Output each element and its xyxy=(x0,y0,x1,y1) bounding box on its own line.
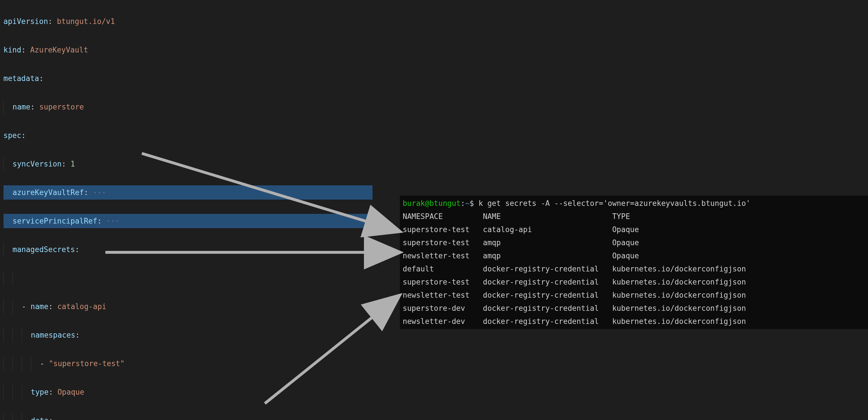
col-name: NAME xyxy=(483,212,612,221)
yaml-line: metadata: xyxy=(0,71,379,86)
yaml-line: spec: xyxy=(0,128,379,143)
yaml-line: data: xyxy=(0,414,379,420)
terminal-path: ~ xyxy=(465,199,470,207)
col-type: TYPE xyxy=(612,212,630,221)
yaml-line: kind: AzureKeyVault xyxy=(0,43,379,57)
terminal-prompt-line: burak@btungut:~$ k get secrets -A --sele… xyxy=(403,197,868,210)
yaml-value: btungut.io/v1 xyxy=(57,17,115,26)
fold-marker[interactable]: ··· xyxy=(102,217,120,225)
yaml-blank xyxy=(0,271,379,285)
terminal-row: newsletter-test docker-registry-credenti… xyxy=(403,288,868,302)
terminal-row: newsletter-dev docker-registry-credentia… xyxy=(403,315,868,328)
yaml-line: namespaces: xyxy=(0,328,379,342)
terminal-header-row: NAMESPACE NAME TYPE xyxy=(403,210,868,223)
terminal-row: newsletter-test amqp Opaque xyxy=(403,249,868,262)
terminal-output: burak@btungut:~$ k get secrets -A --sele… xyxy=(400,196,868,329)
col-namespace: NAMESPACE xyxy=(403,212,483,221)
terminal-command: k get secrets -A --selector='owner=azure… xyxy=(478,199,750,207)
terminal-row: superstore-dev docker-registry-credentia… xyxy=(403,302,868,315)
yaml-line: managedSecrets: xyxy=(0,242,379,257)
yaml-line: apiVersion: btungut.io/v1 xyxy=(0,14,379,29)
terminal-row: superstore-test docker-registry-credenti… xyxy=(403,275,868,288)
yaml-line: name: superstore xyxy=(0,100,379,114)
yaml-dash: - xyxy=(22,302,30,311)
terminal-user: burak@btungut xyxy=(403,199,461,207)
yaml-key: apiVersion xyxy=(3,17,48,26)
terminal-row: default docker-registry-credential kuber… xyxy=(403,262,868,275)
yaml-editor: apiVersion: btungut.io/v1 kind: AzureKey… xyxy=(0,0,379,420)
yaml-line-selected: azureKeyVaultRef: ··· xyxy=(0,185,379,200)
terminal-row: superstore-test catalog-api Opaque xyxy=(403,223,868,236)
yaml-line-selected: servicePrincipalRef: ··· xyxy=(0,214,379,228)
yaml-line: syncVersion: 1 xyxy=(0,157,379,171)
yaml-line: - name: catalog-api xyxy=(0,299,379,314)
fold-marker[interactable]: ··· xyxy=(88,188,106,197)
terminal-row: superstore-test amqp Opaque xyxy=(403,236,868,249)
yaml-line: type: Opaque xyxy=(0,385,379,399)
yaml-line: - "superstore-test" xyxy=(0,357,379,371)
